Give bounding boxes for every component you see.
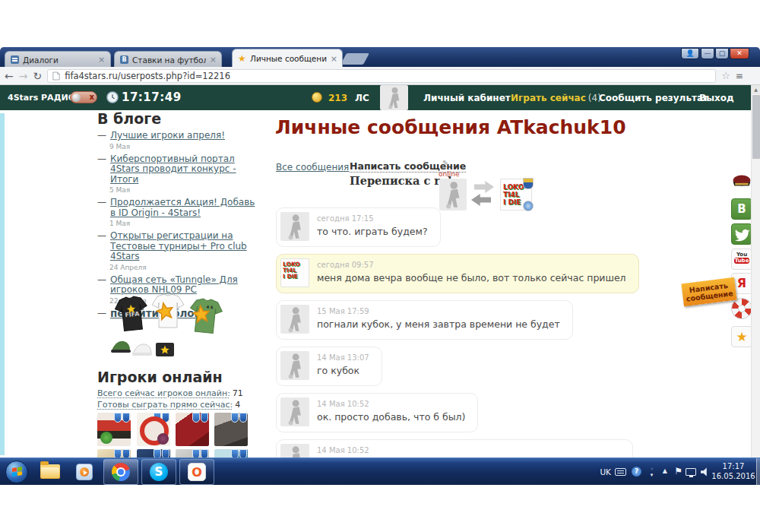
scrollbar-up-icon[interactable]: ▲ xyxy=(752,85,760,94)
profile-button[interactable]: 👤 xyxy=(681,48,699,59)
conversation-own-avatar[interactable] xyxy=(439,179,467,211)
online-badge: online xyxy=(439,170,459,178)
page-scrollbar[interactable]: ▲ xyxy=(751,85,760,458)
message-avatar[interactable] xyxy=(280,305,309,334)
nav-play-now-link[interactable]: Играть сейчас(4) xyxy=(511,93,601,103)
skype-taskbar-button[interactable]: S xyxy=(141,459,176,485)
volume-icon[interactable] xyxy=(701,467,710,477)
player-avatar[interactable] xyxy=(97,413,131,446)
show-desktop-button[interactable] xyxy=(756,458,760,486)
player-avatar[interactable] xyxy=(137,449,170,458)
network-icon[interactable] xyxy=(686,468,696,476)
message-avatar[interactable] xyxy=(280,444,309,458)
explorer-button[interactable] xyxy=(40,464,60,479)
chrome-menu-icon[interactable]: ≡ xyxy=(736,74,743,78)
page-icon xyxy=(52,71,60,81)
message-avatar[interactable] xyxy=(280,397,309,426)
player-avatar[interactable] xyxy=(97,449,131,458)
tray-app-icon[interactable]: ◦▾ xyxy=(651,466,654,478)
message-text: то что. играть будем? xyxy=(317,226,428,237)
header-avatar[interactable] xyxy=(380,85,408,110)
close-button[interactable]: ✕ xyxy=(730,48,749,59)
blog-post-link[interactable]: Лучшие игроки апреля! xyxy=(110,131,225,141)
online-total-link[interactable]: Всего сейчас игроков онлайн: xyxy=(97,388,230,398)
tab-dialogs[interactable]: Диалоги xyxy=(5,51,111,67)
media-player-button[interactable] xyxy=(76,464,93,480)
nav-cabinet-link[interactable]: Личный кабинет xyxy=(423,93,511,103)
blog-post-link[interactable]: Продолжается Акция! Добавь в ID Origin -… xyxy=(110,198,255,218)
player-avatar[interactable] xyxy=(214,449,248,458)
page-content: В блоге —Лучшие игроки апреля! 9 Мая —Ки… xyxy=(0,110,760,458)
blog-post: —Киберспортивный портал 4Stars проводит … xyxy=(97,154,255,185)
message-time: 14 Мая 13:07 xyxy=(317,353,369,362)
blog-post-link[interactable]: Открыты регистрации на Тестовые турниры+… xyxy=(110,231,255,262)
twitter-icon[interactable] xyxy=(731,223,752,245)
tab-messages-active[interactable]: ★ Личные сообщения ATk xyxy=(232,49,343,67)
message-text: меня дома вечра вообще не было, вот толь… xyxy=(317,272,626,283)
tab-close-icon[interactable] xyxy=(331,54,337,64)
radio-player-button[interactable]: x xyxy=(70,91,97,103)
url-input[interactable]: fifa4stars.ru/userposts.php?id=12216 xyxy=(47,69,716,83)
rank-shield-icon xyxy=(154,413,161,423)
message-bubble: сегодня 17:15 то что. играть будем? xyxy=(276,207,441,247)
origin-taskbar-button[interactable]: O xyxy=(179,459,214,485)
merch-tshirts-image[interactable]: FIFA 4 S xyxy=(110,293,230,361)
tab-close-icon[interactable] xyxy=(210,55,217,65)
message-time: 14 Мая 10:52 xyxy=(317,446,620,454)
bookmark-star-icon[interactable]: ☆ xyxy=(721,70,730,81)
vk-icon[interactable]: В xyxy=(731,198,752,220)
maximize-button[interactable]: ▢ xyxy=(715,48,729,59)
player-avatar[interactable] xyxy=(176,449,209,458)
radio-close-icon[interactable]: x xyxy=(90,93,94,101)
tab-close-icon[interactable] xyxy=(98,55,106,65)
rank-shield-icon xyxy=(122,449,130,458)
chrome-icon xyxy=(112,463,130,481)
favorites-star-icon[interactable]: ★ xyxy=(731,326,752,347)
coin-balance[interactable]: 213 xyxy=(328,93,347,103)
private-messages-link[interactable]: ЛС xyxy=(355,93,369,103)
message-avatar[interactable] xyxy=(280,212,309,241)
chrome-taskbar-button[interactable] xyxy=(103,459,138,485)
radio-label: 4Stars РАДИО xyxy=(8,93,75,103)
list-dash: — xyxy=(97,231,106,262)
rank-shield-icon xyxy=(192,413,200,423)
player-avatar[interactable] xyxy=(176,413,209,446)
list-dash: — xyxy=(97,198,106,218)
taskbar-clock[interactable]: 17:17 16.05.2016 xyxy=(710,461,757,481)
message-avatar[interactable]: LOKO TI4L I DIE xyxy=(280,258,309,287)
hidden-icons-arrow[interactable]: ▲ xyxy=(663,467,667,474)
minimize-button[interactable]: — xyxy=(701,48,714,59)
rank-shield-icon xyxy=(239,449,247,458)
youtube-icon[interactable]: You Tube xyxy=(731,249,752,270)
write-message-ribbon[interactable]: Написать сообщение xyxy=(681,277,736,306)
ready-now-link[interactable]: Готовы сыграть прямо сейчас: xyxy=(97,400,233,410)
all-messages-link[interactable]: Все сообщения xyxy=(276,162,349,173)
keyboard-icon[interactable] xyxy=(615,468,626,476)
start-button[interactable] xyxy=(5,461,28,483)
language-indicator[interactable]: UK xyxy=(600,467,611,477)
rank-shield-icon xyxy=(231,449,239,458)
reload-icon[interactable]: ↻ xyxy=(33,71,42,81)
blog-post-link[interactable]: Киберспортивный портал 4Stars проводит к… xyxy=(110,154,255,185)
nav-report-result-link[interactable]: Сообщить результат xyxy=(599,93,708,103)
conversation-partner-avatar[interactable]: LOKO TI4L I DIE xyxy=(500,179,532,211)
page-title: Личные сообщения ATkachuk10 xyxy=(275,116,626,138)
action-center-flag-icon[interactable]: ⚑ xyxy=(674,466,682,477)
military-cap-icon[interactable] xyxy=(731,171,752,194)
scrollbar-thumb[interactable] xyxy=(752,95,760,159)
rank-shield-icon xyxy=(201,413,208,423)
tab-bets[interactable]: В Ставки на футбол и спо xyxy=(114,51,222,67)
forward-icon[interactable]: → xyxy=(19,71,28,81)
player-avatar[interactable] xyxy=(137,413,170,446)
lifebuoy-help-icon[interactable] xyxy=(731,298,752,319)
back-icon[interactable]: ← xyxy=(5,71,14,81)
help-icon[interactable]: ? xyxy=(632,467,641,477)
rank-shield-icon xyxy=(114,449,122,458)
message-bubble: 14 Мая 10:52 ATkachuk10 добавь, а то там… xyxy=(276,439,633,458)
player-avatar[interactable] xyxy=(214,413,248,446)
message-avatar[interactable] xyxy=(280,351,309,380)
blog-post: —Лучшие игроки апреля! xyxy=(97,131,255,141)
nav-logout-link[interactable]: Выход xyxy=(699,93,734,103)
new-tab-button[interactable] xyxy=(340,53,369,65)
star-favicon-icon: ★ xyxy=(238,55,246,63)
